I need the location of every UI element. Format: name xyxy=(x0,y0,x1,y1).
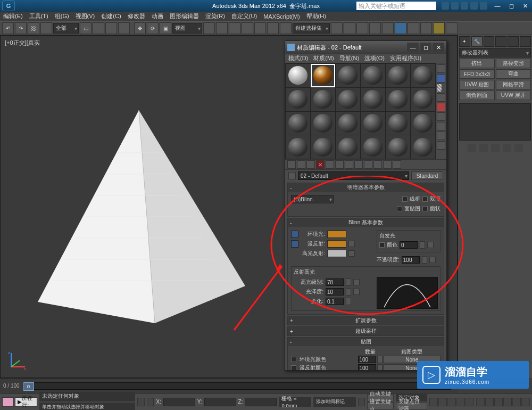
configure-icon[interactable] xyxy=(514,144,523,152)
options-icon[interactable] xyxy=(437,122,445,130)
put-to-scene-icon[interactable] xyxy=(297,160,305,169)
mirror-button[interactable] xyxy=(331,22,343,34)
unlink-button[interactable] xyxy=(40,22,52,34)
z-coord-field[interactable] xyxy=(245,398,277,406)
menu-modifiers[interactable]: 修改器 xyxy=(128,12,145,20)
window-crossing-button[interactable] xyxy=(118,22,130,34)
mod-btn-extrude[interactable]: 挤出 xyxy=(459,59,495,68)
diffuse-color-swatch[interactable] xyxy=(327,240,346,248)
selection-lock-icon[interactable] xyxy=(137,398,145,406)
maps-rollout-header[interactable]: -贴图 xyxy=(288,338,444,346)
sample-slot-6[interactable] xyxy=(411,64,435,87)
mod-btn-pathdeform[interactable]: 路径变形 xyxy=(496,59,531,68)
move-button[interactable]: ✥ xyxy=(134,22,146,34)
map-ambient-checkbox[interactable] xyxy=(291,357,296,362)
sample-slot-8[interactable] xyxy=(311,88,335,111)
select-region-button[interactable] xyxy=(105,22,117,34)
menu-group[interactable]: 组(G) xyxy=(55,12,69,20)
selfillum-spinner[interactable]: 0 xyxy=(400,241,418,249)
mod-btn-bevel[interactable]: 倒角剖面 xyxy=(459,91,495,100)
render-button[interactable] xyxy=(433,22,445,34)
selection-filter-dropdown[interactable]: 全部 xyxy=(53,23,79,34)
time-slider-thumb[interactable]: 0 xyxy=(23,382,34,391)
zoom-icon[interactable] xyxy=(476,398,485,406)
mod-btn-ffd[interactable]: FFD 3x3x3 xyxy=(459,69,495,79)
prev-frame-button[interactable] xyxy=(438,398,447,406)
play-button[interactable] xyxy=(447,398,456,406)
sample-slot-16[interactable] xyxy=(361,112,385,135)
remove-mod-icon[interactable] xyxy=(503,144,511,152)
orbit-icon[interactable] xyxy=(503,398,512,406)
fov-icon[interactable] xyxy=(512,398,521,406)
menu-maxscript[interactable]: MAXScript(M) xyxy=(263,13,300,20)
sample-slot-18[interactable] xyxy=(411,112,435,135)
goto-start-button[interactable] xyxy=(429,398,438,406)
pin-stack-icon[interactable] xyxy=(468,144,476,152)
assign-to-sel-icon[interactable] xyxy=(306,160,315,169)
app-logo[interactable]: G xyxy=(2,1,15,11)
pan-icon[interactable] xyxy=(494,398,503,406)
zoom-all-icon[interactable] xyxy=(485,398,494,406)
faceted-checkbox[interactable] xyxy=(422,206,428,211)
sample-slot-1[interactable] xyxy=(286,64,310,87)
sample-slot-17[interactable] xyxy=(386,112,410,135)
modifier-list-dropdown[interactable]: 修改器列表 xyxy=(459,48,531,58)
diffuse-lock-icon[interactable] xyxy=(291,240,298,248)
redo-button[interactable]: ↷ xyxy=(15,22,27,34)
manipulate-button[interactable] xyxy=(216,22,228,34)
menu-render[interactable]: 渲染(R) xyxy=(205,12,225,20)
mat-menu-util[interactable]: 实用程序(U) xyxy=(390,54,421,62)
selfillum-spin-buttons[interactable] xyxy=(420,241,425,249)
mat-minimize-button[interactable]: — xyxy=(407,43,419,52)
help-icon[interactable] xyxy=(480,2,487,10)
get-material-icon[interactable] xyxy=(287,160,296,169)
opacity-spin-buttons[interactable] xyxy=(422,256,427,264)
selfillum-color-checkbox[interactable] xyxy=(379,242,385,248)
sample-uv-icon[interactable] xyxy=(437,93,445,102)
map-diffuse-checkbox[interactable] xyxy=(291,365,296,370)
x-coord-field[interactable] xyxy=(163,398,195,406)
shader-rollout-header[interactable]: -明暗器基本参数 xyxy=(288,183,444,192)
angle-snap-toggle[interactable] xyxy=(242,22,253,34)
curve-editor-button[interactable] xyxy=(369,22,381,34)
ambient-color-swatch[interactable] xyxy=(327,231,346,238)
render-setup-button[interactable] xyxy=(408,22,419,34)
sample-slot-12[interactable] xyxy=(411,88,435,111)
close-button[interactable]: ✕ xyxy=(518,1,532,11)
material-map-nav-icon[interactable] xyxy=(437,141,445,150)
abs-rel-icon[interactable] xyxy=(147,398,154,406)
motion-tab[interactable] xyxy=(495,36,506,47)
time-slider[interactable]: 0 xyxy=(23,382,451,390)
mat-menu-nav[interactable]: 导航(N) xyxy=(339,54,359,62)
show-map-icon[interactable] xyxy=(364,160,372,169)
star-icon[interactable] xyxy=(470,2,478,10)
align-button[interactable] xyxy=(344,22,355,34)
hierarchy-tab[interactable] xyxy=(484,36,495,47)
goto-end-button[interactable] xyxy=(466,398,474,406)
specular-map-button[interactable] xyxy=(348,250,355,257)
rotate-button[interactable]: ⟳ xyxy=(147,22,159,34)
gloss-spin-buttons[interactable] xyxy=(346,288,351,296)
sample-slot-7[interactable] xyxy=(286,88,310,111)
sample-slot-2[interactable] xyxy=(311,64,335,87)
mod-btn-uvwunwrap[interactable]: UVW 展开 xyxy=(496,91,531,100)
glossiness-spinner[interactable]: 10 xyxy=(326,288,344,296)
sample-slot-23[interactable] xyxy=(386,135,410,159)
select-by-mat-icon[interactable] xyxy=(437,132,445,140)
ambient-lock-icon[interactable] xyxy=(291,231,298,238)
select-button[interactable]: ▭ xyxy=(80,22,92,34)
layer-button[interactable] xyxy=(356,22,368,34)
go-parent-icon[interactable] xyxy=(383,160,392,169)
make-unique-icon[interactable] xyxy=(491,144,500,152)
max-viewport-icon[interactable] xyxy=(521,398,530,406)
named-selection-dropdown[interactable]: 创建选择集 xyxy=(293,23,330,34)
teapot-icon[interactable] xyxy=(446,22,458,34)
modify-tab[interactable]: 🔧 xyxy=(471,36,483,47)
maximize-button[interactable]: ◻ xyxy=(504,1,518,11)
shader-type-dropdown[interactable]: (B)Blinn xyxy=(291,195,334,203)
gloss-map-button[interactable] xyxy=(353,289,360,295)
material-name-dropdown[interactable]: 02 - Default xyxy=(298,171,409,180)
sample-slot-14[interactable] xyxy=(311,112,335,135)
set-key-button[interactable]: 设置关键点 xyxy=(367,402,394,409)
spec-level-spin-buttons[interactable] xyxy=(346,278,351,286)
